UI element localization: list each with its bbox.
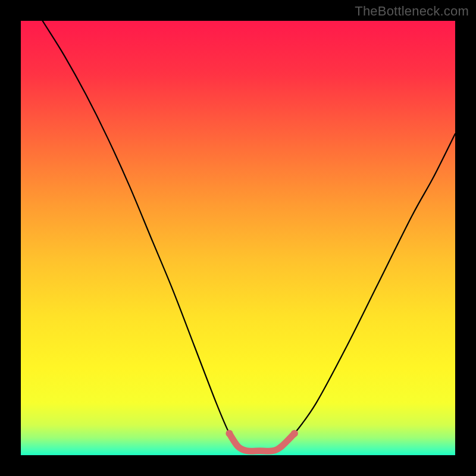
- bottleneck-curve: [21, 21, 455, 451]
- optimal-range-start-dot: [226, 430, 233, 437]
- optimal-range-highlight: [229, 434, 295, 452]
- optimal-range-end-dot: [291, 430, 298, 437]
- plot-area: [21, 21, 455, 455]
- curve-layer: [21, 21, 455, 455]
- chart-frame: TheBottleneck.com: [0, 0, 476, 476]
- watermark-text: TheBottleneck.com: [355, 4, 469, 19]
